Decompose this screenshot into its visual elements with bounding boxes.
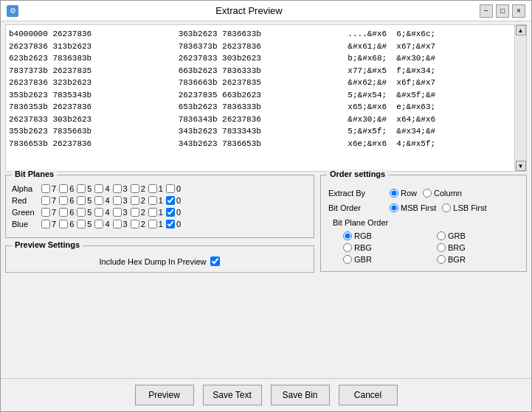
bit-row-alpha: Alpha76543210 (12, 184, 308, 193)
bit-label-green-1: 1 (159, 208, 163, 217)
extract-by-row-label: Row (401, 189, 417, 198)
bit-label-alpha-2: 2 (141, 184, 145, 193)
bit-item-blue-1: 1 (148, 220, 163, 228)
bit-label-alpha-4: 4 (105, 184, 109, 193)
bit-checkbox-red-4[interactable] (94, 196, 103, 205)
bit-checkbox-green-4[interactable] (94, 208, 103, 217)
hex-dump-row: Include Hex Dump In Preview (12, 256, 308, 266)
bit-checkbox-green-1[interactable] (148, 208, 157, 217)
bit-plane-label-gbr: GBR (354, 255, 372, 264)
bit-checkbox-blue-5[interactable] (77, 220, 86, 228)
bit-plane-grid: RGBGRBRBGBRGGBRBGR (328, 231, 519, 264)
bit-checkbox-red-1[interactable] (148, 196, 157, 205)
minimize-button[interactable]: − (480, 4, 493, 18)
scroll-up-button[interactable]: ▲ (516, 25, 526, 35)
bit-checkbox-red-0[interactable] (166, 196, 175, 205)
bit-row-label-red: Red (12, 196, 40, 205)
bit-checkbox-alpha-0[interactable] (166, 184, 175, 193)
save-bin-button[interactable]: Save Bin (271, 385, 330, 405)
bit-item-green-5: 5 (77, 208, 91, 217)
bit-label-blue-7: 7 (52, 220, 56, 228)
bit-checkbox-blue-2[interactable] (131, 220, 139, 228)
bit-item-red-4: 4 (94, 196, 109, 205)
bit-plane-option-rgb: RGB (343, 231, 425, 240)
bit-plane-radio-gbr[interactable] (343, 255, 352, 264)
right-panel: Order settings Extract By Row Column Bi (320, 175, 527, 375)
scrollbar-track[interactable] (516, 35, 526, 161)
bit-checkbox-red-6[interactable] (59, 196, 68, 205)
msb-first-radio[interactable] (390, 203, 398, 212)
main-content: Bit Planes Alpha76543210Red76543210Green… (1, 175, 531, 375)
bit-checkbox-red-2[interactable] (131, 196, 139, 205)
bit-checkbox-blue-1[interactable] (148, 220, 157, 228)
hex-dump-checkbox[interactable] (210, 256, 220, 266)
window-title: Extract Preview (18, 5, 480, 16)
bit-item-red-5: 5 (77, 196, 91, 205)
bit-item-blue-3: 3 (113, 220, 128, 228)
bit-item-alpha-1: 1 (148, 184, 163, 193)
bit-checkbox-blue-7[interactable] (41, 220, 50, 228)
bit-item-blue-5: 5 (77, 220, 91, 228)
bit-label-green-4: 4 (105, 208, 109, 217)
bit-checkbox-alpha-3[interactable] (113, 184, 122, 193)
bit-checkbox-blue-4[interactable] (94, 220, 103, 228)
footer: Preview Save Text Save Bin Cancel (1, 378, 531, 411)
bit-checkbox-green-2[interactable] (131, 208, 139, 217)
bit-checkbox-alpha-1[interactable] (148, 184, 157, 193)
bit-checkbox-alpha-5[interactable] (77, 184, 86, 193)
bit-checkbox-blue-3[interactable] (113, 220, 122, 228)
preview-scrollbar[interactable]: ▲ ▼ (514, 25, 526, 171)
bit-checkbox-green-3[interactable] (113, 208, 122, 217)
bit-checkbox-green-5[interactable] (77, 208, 86, 217)
bit-checkbox-red-5[interactable] (77, 196, 86, 205)
bit-label-alpha-5: 5 (87, 184, 91, 193)
main-window: ⚙ Extract Preview − □ × b4000000 2623783… (0, 0, 532, 412)
save-text-button[interactable]: Save Text (203, 385, 262, 405)
bit-plane-radio-bgr[interactable] (437, 255, 446, 264)
bit-plane-option-grb: GRB (437, 231, 519, 240)
bit-label-green-5: 5 (87, 208, 91, 217)
bit-checkbox-red-7[interactable] (41, 196, 50, 205)
bit-label-blue-2: 2 (141, 220, 145, 228)
bit-checkbox-green-6[interactable] (59, 208, 68, 217)
bit-plane-option-rbg: RBG (343, 243, 425, 252)
bit-plane-radio-brg[interactable] (437, 243, 446, 252)
scroll-down-button[interactable]: ▼ (516, 161, 526, 171)
bit-checkbox-alpha-4[interactable] (94, 184, 103, 193)
bit-checkbox-green-7[interactable] (41, 208, 50, 217)
extract-by-column-radio[interactable] (423, 189, 432, 198)
bit-plane-radio-grb[interactable] (437, 231, 446, 240)
preview-area: b4000000 26237836 26237836 313b2623 623b… (5, 24, 527, 172)
bit-label-green-3: 3 (123, 208, 128, 217)
bit-item-red-7: 7 (41, 196, 56, 205)
maximize-button[interactable]: □ (496, 4, 509, 18)
bit-item-red-3: 3 (113, 196, 128, 205)
bit-plane-radio-rgb[interactable] (343, 231, 352, 240)
bit-planes-title: Bit Planes (12, 170, 57, 178)
bit-label-red-6: 6 (69, 196, 74, 205)
cancel-button[interactable]: Cancel (339, 385, 398, 405)
close-button[interactable]: × (512, 4, 525, 18)
bit-checkbox-green-0[interactable] (166, 208, 175, 217)
bit-checkbox-red-3[interactable] (113, 196, 122, 205)
bit-label-blue-3: 3 (123, 220, 128, 228)
bit-plane-radio-rbg[interactable] (343, 243, 352, 252)
bit-checkbox-alpha-2[interactable] (131, 184, 139, 193)
extract-by-column-option: Column (423, 189, 462, 198)
bit-label-blue-4: 4 (105, 220, 109, 228)
bit-checkbox-blue-0[interactable] (166, 220, 175, 228)
bit-checkbox-alpha-7[interactable] (41, 184, 50, 193)
bit-item-red-1: 1 (148, 196, 163, 205)
bit-label-alpha-3: 3 (123, 184, 128, 193)
preview-button[interactable]: Preview (135, 385, 194, 405)
bit-checkbox-blue-6[interactable] (59, 220, 68, 228)
bit-plane-label-bgr: BGR (448, 255, 466, 264)
bit-plane-order-title: Bit Plane Order (328, 218, 519, 227)
bit-item-alpha-6: 6 (59, 184, 74, 193)
bit-checkbox-alpha-6[interactable] (59, 184, 68, 193)
bit-item-red-2: 2 (131, 196, 145, 205)
order-settings-group: Order settings Extract By Row Column Bi (320, 175, 527, 272)
bit-item-green-6: 6 (59, 208, 74, 217)
lsb-first-radio[interactable] (442, 203, 451, 212)
extract-by-row-radio[interactable] (390, 189, 398, 198)
